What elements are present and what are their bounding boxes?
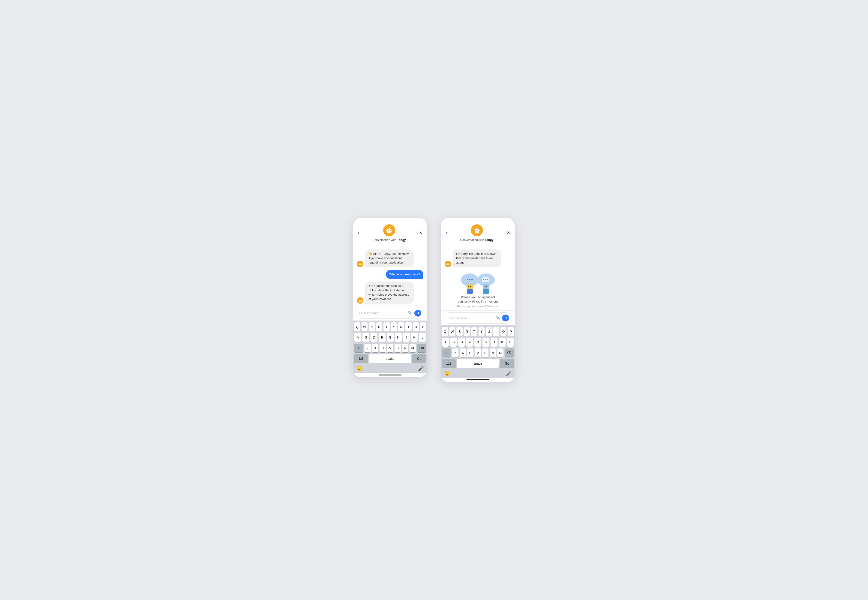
svg-rect-16: [360, 299, 360, 300]
input-area-2: 📎: [441, 311, 515, 326]
key-p[interactable]: P: [508, 327, 514, 336]
key-b[interactable]: B: [395, 344, 401, 352]
key-n[interactable]: N: [402, 344, 408, 352]
key-y[interactable]: Y: [391, 323, 397, 331]
key-z[interactable]: Z: [364, 344, 371, 352]
keyboard-row-2: A S D F G H J K L: [354, 333, 426, 342]
svg-rect-1: [388, 230, 389, 231]
emoji-bar: 🙂 🎤: [354, 364, 426, 373]
key-g[interactable]: G: [474, 338, 481, 347]
wait-subtext: The average wait time is 2-5 minutes.: [457, 305, 499, 308]
key-s[interactable]: S: [450, 338, 457, 347]
key-k[interactable]: K: [411, 333, 418, 342]
svg-rect-5: [388, 232, 390, 232]
key-d[interactable]: D: [458, 338, 465, 347]
numbers-key[interactable]: 123: [354, 354, 368, 363]
message-input[interactable]: [447, 317, 494, 320]
svg-rect-24: [474, 230, 474, 231]
key-q[interactable]: Q: [354, 323, 360, 331]
key-l[interactable]: L: [419, 333, 426, 342]
key-b[interactable]: B: [482, 348, 489, 357]
key-u[interactable]: U: [486, 327, 492, 336]
key-k[interactable]: K: [499, 338, 505, 347]
robot-icon: [473, 227, 480, 234]
key-f[interactable]: F: [379, 333, 385, 342]
key-n[interactable]: N: [490, 348, 496, 357]
key-c[interactable]: C: [467, 348, 473, 357]
svg-rect-19: [475, 230, 476, 231]
key-y[interactable]: Y: [478, 327, 485, 336]
shift-key[interactable]: ⇧: [442, 348, 451, 357]
message-input[interactable]: [359, 311, 406, 315]
key-f[interactable]: F: [466, 338, 473, 347]
close-button[interactable]: ✕: [419, 231, 422, 235]
keyboard-bottom-row: 123 space Go: [442, 359, 514, 368]
phone1-header: ‹ Conversation with: [353, 218, 427, 246]
key-h[interactable]: H: [395, 333, 402, 342]
go-key[interactable]: Go: [500, 359, 514, 368]
attachment-icon[interactable]: 📎: [496, 316, 500, 320]
svg-point-39: [471, 279, 473, 280]
key-j[interactable]: J: [403, 333, 410, 342]
input-area-1: 📎: [353, 306, 427, 321]
svg-rect-2: [390, 230, 391, 231]
svg-rect-20: [477, 230, 478, 231]
key-p[interactable]: P: [420, 323, 426, 331]
key-i[interactable]: I: [405, 323, 411, 331]
svg-rect-28: [448, 264, 449, 264]
page-wrapper: ‹ Conversation with: [353, 218, 515, 382]
key-e[interactable]: E: [369, 323, 375, 331]
wait-text: Please wait. An agent will connect with …: [458, 295, 498, 304]
key-l[interactable]: L: [507, 338, 514, 347]
key-a[interactable]: A: [354, 333, 361, 342]
key-v[interactable]: V: [387, 344, 393, 352]
key-d[interactable]: D: [370, 333, 378, 342]
key-x[interactable]: X: [372, 344, 378, 352]
svg-point-45: [470, 286, 471, 287]
key-t[interactable]: T: [384, 323, 390, 331]
key-q[interactable]: Q: [442, 327, 448, 336]
key-u[interactable]: U: [398, 323, 404, 331]
key-m[interactable]: M: [410, 344, 416, 352]
backspace-key[interactable]: ⌫: [417, 344, 426, 352]
key-t[interactable]: T: [471, 327, 477, 336]
key-c[interactable]: C: [379, 344, 386, 352]
key-m[interactable]: M: [497, 348, 504, 357]
go-key[interactable]: Go: [412, 354, 426, 363]
key-o[interactable]: O: [501, 327, 507, 336]
key-x[interactable]: X: [460, 348, 466, 357]
attachment-icon[interactable]: 📎: [408, 311, 413, 315]
space-key[interactable]: space: [457, 359, 499, 368]
send-button[interactable]: [502, 315, 509, 321]
key-z[interactable]: Z: [452, 348, 458, 357]
key-w[interactable]: W: [449, 327, 455, 336]
robot-small-icon: [446, 262, 450, 266]
key-w[interactable]: W: [361, 323, 368, 331]
key-r[interactable]: R: [376, 323, 382, 331]
key-s[interactable]: S: [363, 333, 369, 342]
emoji-icon[interactable]: 🙂: [444, 371, 450, 376]
emoji-icon[interactable]: 🙂: [357, 366, 362, 371]
key-o[interactable]: O: [413, 323, 419, 331]
key-e[interactable]: E: [457, 327, 463, 336]
send-button[interactable]: [414, 310, 421, 317]
key-h[interactable]: H: [483, 338, 489, 347]
shift-key[interactable]: ⇧: [354, 344, 363, 352]
mic-icon[interactable]: 🎤: [418, 366, 424, 371]
key-r[interactable]: R: [464, 327, 470, 336]
close-button[interactable]: ✕: [507, 231, 510, 235]
key-v[interactable]: V: [475, 348, 481, 357]
mic-icon[interactable]: 🎤: [506, 371, 511, 376]
key-j[interactable]: J: [490, 338, 498, 347]
key-i[interactable]: I: [493, 327, 499, 336]
send-icon: [416, 312, 419, 315]
message-row: 👋 Hi! I'm Tangy. Let me know if you have…: [357, 250, 414, 267]
numbers-key[interactable]: 123: [442, 359, 456, 368]
svg-point-22: [476, 227, 477, 228]
key-g[interactable]: G: [387, 333, 394, 342]
input-box: 📎: [356, 308, 424, 319]
user-bubble: What is address proof?: [386, 270, 423, 279]
key-a[interactable]: A: [442, 338, 449, 347]
backspace-key[interactable]: ⌫: [505, 348, 514, 357]
space-key[interactable]: space: [369, 354, 411, 363]
